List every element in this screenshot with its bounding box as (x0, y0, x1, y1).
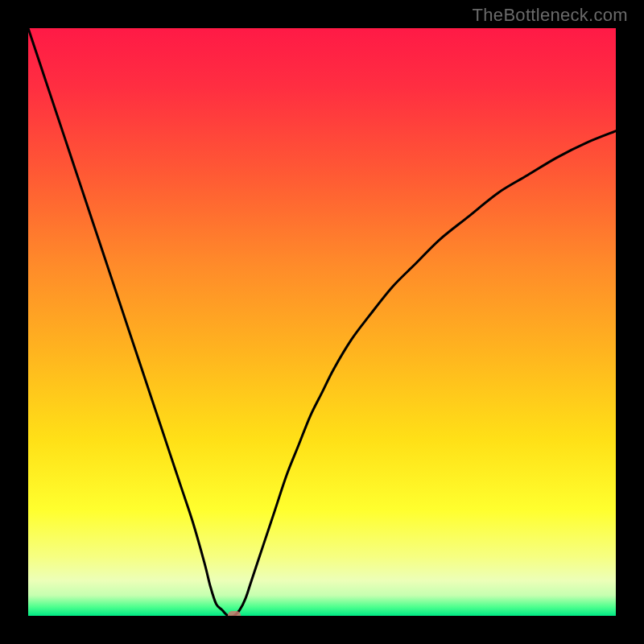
chart-frame: TheBottleneck.com (0, 0, 644, 644)
optimal-point-marker (228, 611, 241, 616)
bottleneck-curve (28, 28, 616, 616)
plot-area (28, 28, 616, 616)
watermark-text: TheBottleneck.com (473, 5, 628, 26)
